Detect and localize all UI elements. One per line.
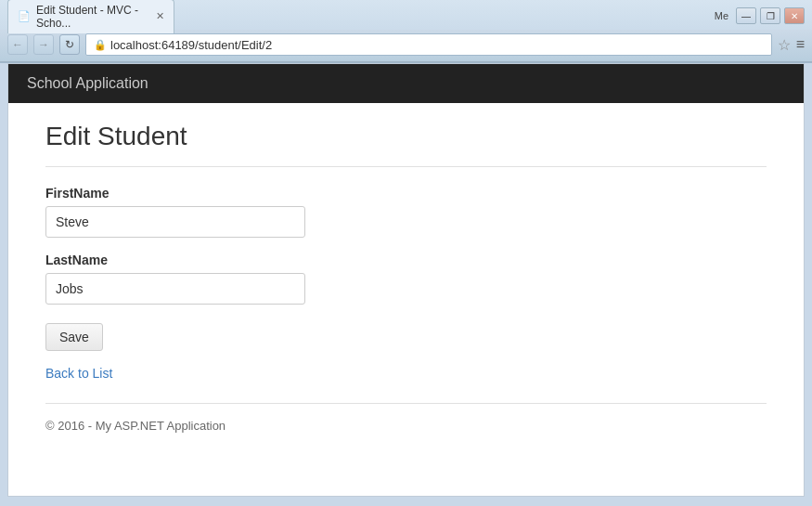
title-bar: 📄 Edit Student - MVC - Scho... ✕ Me — ❐ …: [0, 0, 812, 30]
firstname-input[interactable]: [45, 206, 305, 238]
close-button[interactable]: ✕: [784, 7, 805, 24]
address-text: localhost:64189/student/Edit/2: [110, 38, 272, 52]
tab-title: Edit Student - MVC - Scho...: [36, 4, 147, 30]
footer-text: © 2016 - My ASP.NET Application: [45, 411, 767, 440]
footer-divider: [45, 403, 767, 404]
heading-divider: [45, 166, 767, 167]
browser-menu-icon[interactable]: ≡: [796, 36, 805, 53]
back-nav-button[interactable]: ←: [7, 34, 28, 55]
browser-tab[interactable]: 📄 Edit Student - MVC - Scho... ✕: [7, 0, 174, 33]
main-content: Edit Student FirstName LastName Save Bac…: [8, 103, 804, 459]
firstname-group: FirstName: [45, 186, 767, 238]
restore-button[interactable]: ❐: [760, 7, 780, 24]
address-bar-row: ← → ↻ 🔒 localhost:64189/student/Edit/2 ☆…: [0, 30, 812, 62]
navbar: School Application: [8, 64, 804, 103]
address-bar-icon: 🔒: [94, 39, 107, 51]
browser-chrome: 📄 Edit Student - MVC - Scho... ✕ Me — ❐ …: [0, 0, 812, 63]
edit-student-form: FirstName LastName Save: [45, 186, 767, 366]
tab-close-button[interactable]: ✕: [156, 10, 164, 22]
me-label: Me: [715, 10, 728, 21]
window-controls: Me — ❐ ✕: [715, 7, 805, 24]
lastname-input[interactable]: [45, 273, 305, 305]
tab-icon: 📄: [18, 10, 31, 22]
minimize-button[interactable]: —: [736, 7, 756, 24]
tab-area: 📄 Edit Student - MVC - Scho... ✕: [7, 0, 174, 33]
save-button[interactable]: Save: [45, 323, 103, 351]
navbar-brand: School Application: [27, 75, 148, 91]
lastname-label: LastName: [45, 253, 767, 267]
address-bar[interactable]: 🔒 localhost:64189/student/Edit/2: [85, 33, 772, 56]
lastname-group: LastName: [45, 253, 767, 305]
refresh-button[interactable]: ↻: [59, 34, 80, 55]
page-title: Edit Student: [45, 122, 767, 151]
firstname-label: FirstName: [45, 186, 767, 201]
back-to-list-link[interactable]: Back to List: [45, 366, 767, 381]
bookmark-star-icon[interactable]: ☆: [778, 36, 791, 54]
forward-nav-button[interactable]: →: [33, 34, 54, 55]
page-wrapper: School Application Edit Student FirstNam…: [7, 63, 805, 497]
